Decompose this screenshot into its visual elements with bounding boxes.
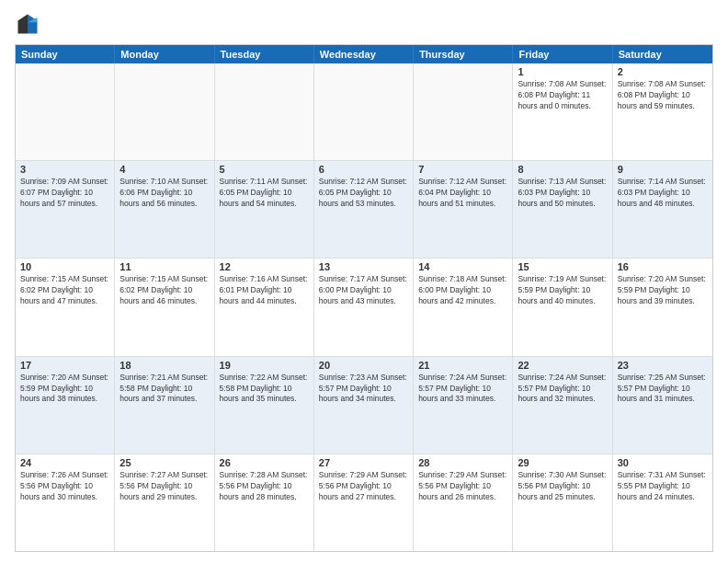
day-number: 18 <box>119 360 209 371</box>
day-number: 20 <box>319 360 408 371</box>
day-cell-5: 5Sunrise: 7:11 AM Sunset: 6:05 PM Daylig… <box>215 161 314 258</box>
day-number: 27 <box>319 457 408 468</box>
day-cell-7: 7Sunrise: 7:12 AM Sunset: 6:04 PM Daylig… <box>414 161 513 258</box>
logo-icon <box>15 11 40 37</box>
day-number: 24 <box>20 457 109 468</box>
header-day-saturday: Saturday <box>613 45 712 63</box>
day-cell-27: 27Sunrise: 7:29 AM Sunset: 5:56 PM Dayli… <box>314 454 414 551</box>
calendar-week-4: 17Sunrise: 7:20 AM Sunset: 5:59 PM Dayli… <box>16 357 712 454</box>
day-number: 1 <box>518 66 607 77</box>
header-day-monday: Monday <box>115 45 214 63</box>
day-number: 2 <box>618 66 708 77</box>
day-info: Sunrise: 7:20 AM Sunset: 5:59 PM Dayligh… <box>618 274 708 307</box>
calendar-header: SundayMondayTuesdayWednesdayThursdayFrid… <box>16 45 712 63</box>
day-cell-25: 25Sunrise: 7:27 AM Sunset: 5:56 PM Dayli… <box>115 454 214 551</box>
day-number: 3 <box>20 164 109 175</box>
calendar-week-2: 3Sunrise: 7:09 AM Sunset: 6:07 PM Daylig… <box>16 161 712 259</box>
day-info: Sunrise: 7:29 AM Sunset: 5:56 PM Dayligh… <box>319 470 408 503</box>
day-cell-24: 24Sunrise: 7:26 AM Sunset: 5:56 PM Dayli… <box>16 454 115 551</box>
day-cell-17: 17Sunrise: 7:20 AM Sunset: 5:59 PM Dayli… <box>16 357 115 454</box>
day-info: Sunrise: 7:24 AM Sunset: 5:57 PM Dayligh… <box>518 373 607 406</box>
day-info: Sunrise: 7:23 AM Sunset: 5:57 PM Dayligh… <box>319 373 408 406</box>
day-number: 10 <box>20 261 109 272</box>
day-number: 19 <box>220 360 309 371</box>
day-info: Sunrise: 7:10 AM Sunset: 6:06 PM Dayligh… <box>119 177 209 210</box>
day-cell-29: 29Sunrise: 7:30 AM Sunset: 5:56 PM Dayli… <box>513 454 612 551</box>
day-info: Sunrise: 7:29 AM Sunset: 5:56 PM Dayligh… <box>418 470 507 503</box>
day-info: Sunrise: 7:12 AM Sunset: 6:04 PM Dayligh… <box>418 177 507 210</box>
day-number: 5 <box>220 164 309 175</box>
empty-cell <box>414 63 513 160</box>
day-number: 8 <box>518 164 607 175</box>
header-day-sunday: Sunday <box>16 45 115 63</box>
day-number: 4 <box>119 164 209 175</box>
day-cell-19: 19Sunrise: 7:22 AM Sunset: 5:58 PM Dayli… <box>215 357 314 454</box>
day-info: Sunrise: 7:22 AM Sunset: 5:58 PM Dayligh… <box>220 373 309 406</box>
day-number: 28 <box>418 457 507 468</box>
day-info: Sunrise: 7:20 AM Sunset: 5:59 PM Dayligh… <box>20 373 109 406</box>
day-cell-22: 22Sunrise: 7:24 AM Sunset: 5:57 PM Dayli… <box>513 357 612 454</box>
day-info: Sunrise: 7:21 AM Sunset: 5:58 PM Dayligh… <box>119 373 209 406</box>
day-number: 23 <box>618 360 708 371</box>
day-number: 16 <box>618 261 708 272</box>
day-cell-16: 16Sunrise: 7:20 AM Sunset: 5:59 PM Dayli… <box>613 259 712 355</box>
day-cell-23: 23Sunrise: 7:25 AM Sunset: 5:57 PM Dayli… <box>613 357 712 454</box>
day-number: 22 <box>518 360 607 371</box>
day-info: Sunrise: 7:14 AM Sunset: 6:03 PM Dayligh… <box>618 177 708 210</box>
svg-marker-0 <box>28 15 38 34</box>
day-info: Sunrise: 7:15 AM Sunset: 6:02 PM Dayligh… <box>20 274 109 307</box>
day-info: Sunrise: 7:17 AM Sunset: 6:00 PM Dayligh… <box>319 274 408 307</box>
day-cell-18: 18Sunrise: 7:21 AM Sunset: 5:58 PM Dayli… <box>115 357 214 454</box>
day-number: 30 <box>618 457 708 468</box>
empty-cell <box>314 63 414 160</box>
day-info: Sunrise: 7:11 AM Sunset: 6:05 PM Dayligh… <box>220 177 309 210</box>
day-info: Sunrise: 7:08 AM Sunset: 6:08 PM Dayligh… <box>518 79 607 112</box>
day-info: Sunrise: 7:25 AM Sunset: 5:57 PM Dayligh… <box>618 373 708 406</box>
calendar-week-1: 1Sunrise: 7:08 AM Sunset: 6:08 PM Daylig… <box>16 63 712 161</box>
day-info: Sunrise: 7:26 AM Sunset: 5:56 PM Dayligh… <box>20 470 109 503</box>
empty-cell <box>215 63 314 160</box>
day-cell-4: 4Sunrise: 7:10 AM Sunset: 6:06 PM Daylig… <box>115 161 214 258</box>
day-number: 13 <box>319 261 408 272</box>
day-number: 29 <box>518 457 607 468</box>
day-cell-14: 14Sunrise: 7:18 AM Sunset: 6:00 PM Dayli… <box>414 259 513 355</box>
day-cell-12: 12Sunrise: 7:16 AM Sunset: 6:01 PM Dayli… <box>215 259 314 355</box>
day-info: Sunrise: 7:28 AM Sunset: 5:56 PM Dayligh… <box>220 470 309 503</box>
day-number: 15 <box>518 261 607 272</box>
day-info: Sunrise: 7:18 AM Sunset: 6:00 PM Dayligh… <box>418 274 507 307</box>
day-info: Sunrise: 7:12 AM Sunset: 6:05 PM Dayligh… <box>319 177 408 210</box>
calendar-body: 1Sunrise: 7:08 AM Sunset: 6:08 PM Daylig… <box>16 63 712 551</box>
day-cell-11: 11Sunrise: 7:15 AM Sunset: 6:02 PM Dayli… <box>115 259 214 355</box>
page: SundayMondayTuesdayWednesdayThursdayFrid… <box>0 0 728 563</box>
header-day-friday: Friday <box>513 45 612 63</box>
day-cell-26: 26Sunrise: 7:28 AM Sunset: 5:56 PM Dayli… <box>215 454 314 551</box>
day-cell-1: 1Sunrise: 7:08 AM Sunset: 6:08 PM Daylig… <box>513 63 612 160</box>
day-cell-8: 8Sunrise: 7:13 AM Sunset: 6:03 PM Daylig… <box>513 161 612 258</box>
day-cell-3: 3Sunrise: 7:09 AM Sunset: 6:07 PM Daylig… <box>16 161 115 258</box>
calendar-week-5: 24Sunrise: 7:26 AM Sunset: 5:56 PM Dayli… <box>16 454 712 551</box>
logo <box>15 11 44 37</box>
day-number: 25 <box>119 457 209 468</box>
day-info: Sunrise: 7:19 AM Sunset: 5:59 PM Dayligh… <box>518 274 607 307</box>
calendar-week-3: 10Sunrise: 7:15 AM Sunset: 6:02 PM Dayli… <box>16 259 712 356</box>
day-cell-15: 15Sunrise: 7:19 AM Sunset: 5:59 PM Dayli… <box>513 259 612 355</box>
day-info: Sunrise: 7:08 AM Sunset: 6:08 PM Dayligh… <box>618 79 708 112</box>
day-cell-20: 20Sunrise: 7:23 AM Sunset: 5:57 PM Dayli… <box>314 357 414 454</box>
header-day-thursday: Thursday <box>414 45 513 63</box>
day-info: Sunrise: 7:27 AM Sunset: 5:56 PM Dayligh… <box>119 470 209 503</box>
empty-cell <box>115 63 214 160</box>
day-cell-13: 13Sunrise: 7:17 AM Sunset: 6:00 PM Dayli… <box>314 259 414 355</box>
day-number: 7 <box>418 164 507 175</box>
day-cell-9: 9Sunrise: 7:14 AM Sunset: 6:03 PM Daylig… <box>613 161 712 258</box>
calendar: SundayMondayTuesdayWednesdayThursdayFrid… <box>15 44 713 552</box>
day-number: 12 <box>220 261 309 272</box>
day-cell-10: 10Sunrise: 7:15 AM Sunset: 6:02 PM Dayli… <box>16 259 115 355</box>
day-cell-21: 21Sunrise: 7:24 AM Sunset: 5:57 PM Dayli… <box>414 357 513 454</box>
day-cell-6: 6Sunrise: 7:12 AM Sunset: 6:05 PM Daylig… <box>314 161 414 258</box>
day-info: Sunrise: 7:09 AM Sunset: 6:07 PM Dayligh… <box>20 177 109 210</box>
day-number: 21 <box>418 360 507 371</box>
day-number: 6 <box>319 164 408 175</box>
day-info: Sunrise: 7:15 AM Sunset: 6:02 PM Dayligh… <box>119 274 209 307</box>
day-cell-2: 2Sunrise: 7:08 AM Sunset: 6:08 PM Daylig… <box>613 63 712 160</box>
day-info: Sunrise: 7:13 AM Sunset: 6:03 PM Dayligh… <box>518 177 607 210</box>
